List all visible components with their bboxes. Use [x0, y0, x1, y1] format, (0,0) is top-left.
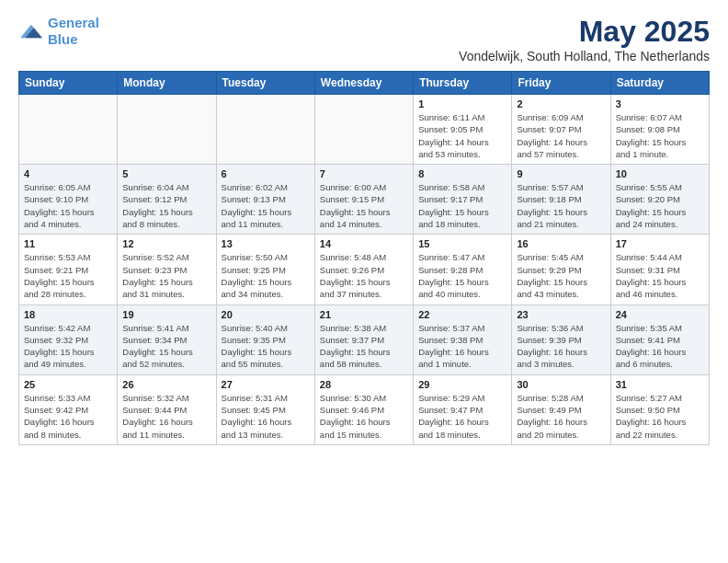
day-info: Sunrise: 6:09 AM Sunset: 9:07 PM Dayligh…: [517, 111, 605, 160]
calendar-week-1: 1Sunrise: 6:11 AM Sunset: 9:05 PM Daylig…: [19, 95, 710, 165]
table-row: 30Sunrise: 5:28 AM Sunset: 9:49 PM Dayli…: [512, 374, 610, 444]
table-row: 15Sunrise: 5:47 AM Sunset: 9:28 PM Dayli…: [414, 235, 512, 304]
day-number: 27: [222, 379, 310, 390]
table-row: 22Sunrise: 5:37 AM Sunset: 9:38 PM Dayli…: [414, 304, 512, 374]
day-number: 26: [122, 379, 210, 390]
calendar-week-2: 4Sunrise: 6:05 AM Sunset: 9:10 PM Daylig…: [19, 165, 710, 235]
table-row: 8Sunrise: 5:58 AM Sunset: 9:17 PM Daylig…: [414, 165, 512, 235]
day-info: Sunrise: 5:58 AM Sunset: 9:17 PM Dayligh…: [418, 181, 506, 230]
table-row: 6Sunrise: 6:02 AM Sunset: 9:13 PM Daylig…: [216, 165, 314, 235]
logo-text: General Blue: [48, 15, 99, 48]
title-block: May 2025 Vondelwijk, South Holland, The …: [459, 15, 710, 63]
table-row: 29Sunrise: 5:29 AM Sunset: 9:47 PM Dayli…: [414, 374, 512, 444]
logo: General Blue: [18, 15, 99, 48]
calendar-week-5: 25Sunrise: 5:33 AM Sunset: 9:42 PM Dayli…: [19, 374, 710, 444]
calendar-header-row: Sunday Monday Tuesday Wednesday Thursday…: [19, 72, 710, 95]
day-info: Sunrise: 5:40 AM Sunset: 9:35 PM Dayligh…: [222, 322, 310, 371]
day-number: 18: [24, 309, 112, 320]
table-row: 5Sunrise: 6:04 AM Sunset: 9:12 PM Daylig…: [118, 165, 216, 235]
logo-blue: Blue: [48, 31, 78, 47]
table-row: 11Sunrise: 5:53 AM Sunset: 9:21 PM Dayli…: [19, 235, 118, 304]
table-row: 24Sunrise: 5:35 AM Sunset: 9:41 PM Dayli…: [610, 304, 709, 374]
day-info: Sunrise: 5:33 AM Sunset: 9:42 PM Dayligh…: [24, 392, 112, 441]
day-info: Sunrise: 5:53 AM Sunset: 9:21 PM Dayligh…: [24, 251, 112, 300]
day-number: 22: [418, 309, 506, 320]
location-title: Vondelwijk, South Holland, The Netherlan…: [459, 49, 710, 63]
day-number: 29: [418, 379, 506, 390]
day-info: Sunrise: 5:30 AM Sunset: 9:46 PM Dayligh…: [320, 392, 408, 441]
table-row: 1Sunrise: 6:11 AM Sunset: 9:05 PM Daylig…: [414, 95, 512, 165]
day-number: 21: [320, 309, 408, 320]
day-number: 4: [24, 168, 112, 179]
day-info: Sunrise: 5:52 AM Sunset: 9:23 PM Dayligh…: [122, 251, 210, 300]
day-number: 8: [418, 168, 506, 179]
day-info: Sunrise: 6:11 AM Sunset: 9:05 PM Dayligh…: [418, 111, 506, 160]
header-friday: Friday: [512, 72, 610, 95]
day-number: 7: [320, 168, 408, 179]
day-number: 30: [517, 379, 605, 390]
day-info: Sunrise: 5:32 AM Sunset: 9:44 PM Dayligh…: [122, 392, 210, 441]
table-row: 28Sunrise: 5:30 AM Sunset: 9:46 PM Dayli…: [314, 374, 413, 444]
table-row: 25Sunrise: 5:33 AM Sunset: 9:42 PM Dayli…: [19, 374, 118, 444]
table-row: 13Sunrise: 5:50 AM Sunset: 9:25 PM Dayli…: [216, 235, 314, 304]
calendar-week-3: 11Sunrise: 5:53 AM Sunset: 9:21 PM Dayli…: [19, 235, 710, 304]
day-number: 19: [122, 309, 210, 320]
day-info: Sunrise: 5:28 AM Sunset: 9:49 PM Dayligh…: [517, 392, 605, 441]
day-number: 14: [320, 238, 408, 249]
day-info: Sunrise: 5:45 AM Sunset: 9:29 PM Dayligh…: [517, 251, 605, 300]
page-container: General Blue May 2025 Vondelwijk, South …: [0, 0, 728, 460]
table-row: 12Sunrise: 5:52 AM Sunset: 9:23 PM Dayli…: [118, 235, 216, 304]
calendar-week-4: 18Sunrise: 5:42 AM Sunset: 9:32 PM Dayli…: [19, 304, 710, 374]
day-number: 28: [320, 379, 408, 390]
table-row: 27Sunrise: 5:31 AM Sunset: 9:45 PM Dayli…: [216, 374, 314, 444]
day-info: Sunrise: 5:38 AM Sunset: 9:37 PM Dayligh…: [320, 322, 408, 371]
day-info: Sunrise: 5:57 AM Sunset: 9:18 PM Dayligh…: [517, 181, 605, 230]
logo-general: General: [48, 15, 99, 30]
day-info: Sunrise: 5:47 AM Sunset: 9:28 PM Dayligh…: [418, 251, 506, 300]
day-number: 13: [222, 238, 310, 249]
table-row: [314, 95, 413, 165]
day-info: Sunrise: 6:05 AM Sunset: 9:10 PM Dayligh…: [24, 181, 112, 230]
header-tuesday: Tuesday: [216, 72, 314, 95]
day-number: 23: [517, 309, 605, 320]
table-row: 3Sunrise: 6:07 AM Sunset: 9:08 PM Daylig…: [610, 95, 709, 165]
day-number: 20: [222, 309, 310, 320]
day-info: Sunrise: 5:35 AM Sunset: 9:41 PM Dayligh…: [616, 322, 704, 371]
logo-icon: [18, 21, 44, 41]
day-number: 2: [517, 98, 605, 109]
day-info: Sunrise: 5:50 AM Sunset: 9:25 PM Dayligh…: [222, 251, 310, 300]
table-row: [118, 95, 216, 165]
header-wednesday: Wednesday: [314, 72, 413, 95]
month-title: May 2025: [459, 15, 710, 49]
table-row: 14Sunrise: 5:48 AM Sunset: 9:26 PM Dayli…: [314, 235, 413, 304]
day-number: 12: [122, 238, 210, 249]
table-row: 20Sunrise: 5:40 AM Sunset: 9:35 PM Dayli…: [216, 304, 314, 374]
table-row: 26Sunrise: 5:32 AM Sunset: 9:44 PM Dayli…: [118, 374, 216, 444]
day-number: 3: [616, 98, 704, 109]
day-number: 31: [616, 379, 704, 390]
day-number: 9: [517, 168, 605, 179]
header-thursday: Thursday: [414, 72, 512, 95]
day-info: Sunrise: 5:29 AM Sunset: 9:47 PM Dayligh…: [418, 392, 506, 441]
header: General Blue May 2025 Vondelwijk, South …: [18, 15, 710, 63]
table-row: 2Sunrise: 6:09 AM Sunset: 9:07 PM Daylig…: [512, 95, 610, 165]
day-number: 16: [517, 238, 605, 249]
table-row: 17Sunrise: 5:44 AM Sunset: 9:31 PM Dayli…: [610, 235, 709, 304]
table-row: [216, 95, 314, 165]
table-row: 19Sunrise: 5:41 AM Sunset: 9:34 PM Dayli…: [118, 304, 216, 374]
table-row: 7Sunrise: 6:00 AM Sunset: 9:15 PM Daylig…: [314, 165, 413, 235]
day-info: Sunrise: 5:42 AM Sunset: 9:32 PM Dayligh…: [24, 322, 112, 371]
day-number: 10: [616, 168, 704, 179]
day-number: 5: [122, 168, 210, 179]
table-row: 16Sunrise: 5:45 AM Sunset: 9:29 PM Dayli…: [512, 235, 610, 304]
day-info: Sunrise: 5:48 AM Sunset: 9:26 PM Dayligh…: [320, 251, 408, 300]
day-number: 11: [24, 238, 112, 249]
header-saturday: Saturday: [610, 72, 709, 95]
table-row: [19, 95, 118, 165]
day-info: Sunrise: 6:00 AM Sunset: 9:15 PM Dayligh…: [320, 181, 408, 230]
day-info: Sunrise: 6:04 AM Sunset: 9:12 PM Dayligh…: [122, 181, 210, 230]
day-info: Sunrise: 5:27 AM Sunset: 9:50 PM Dayligh…: [616, 392, 704, 441]
table-row: 9Sunrise: 5:57 AM Sunset: 9:18 PM Daylig…: [512, 165, 610, 235]
day-info: Sunrise: 5:37 AM Sunset: 9:38 PM Dayligh…: [418, 322, 506, 371]
table-row: 18Sunrise: 5:42 AM Sunset: 9:32 PM Dayli…: [19, 304, 118, 374]
